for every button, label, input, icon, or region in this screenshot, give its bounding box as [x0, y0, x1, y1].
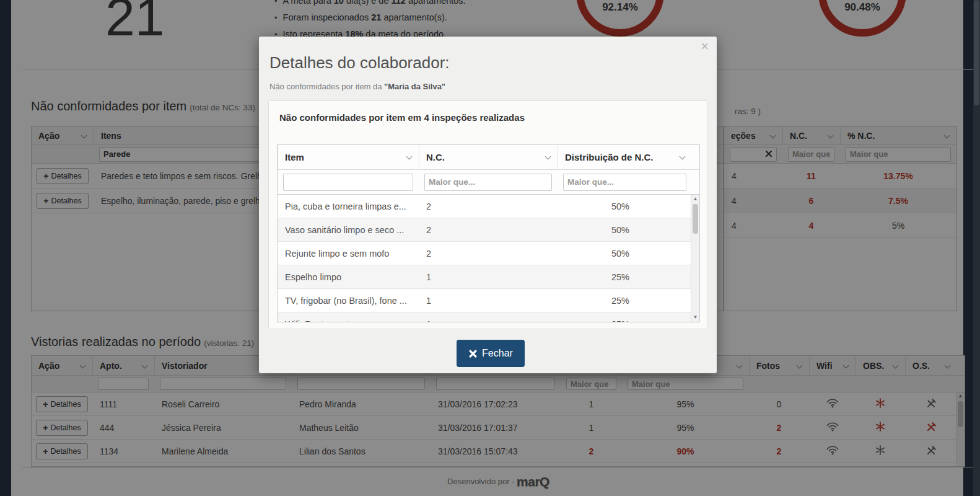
- column-header-distribuicao[interactable]: Distribuição de N.C.: [558, 145, 692, 169]
- column-header-item[interactable]: Item: [278, 145, 419, 169]
- item-cell: Rejunte limpo e sem mofo: [278, 249, 419, 259]
- distribuicao-cell: 50%: [558, 249, 683, 259]
- item-cell: Vaso sanitário limpo e seco ...: [278, 225, 419, 235]
- nc-cell: 2: [419, 202, 558, 211]
- nc-cell: 1: [419, 296, 558, 306]
- detalhes-colaborador-modal: × Detalhes do colaborador: Não conformid…: [259, 37, 717, 373]
- panel-title: Não conformidades por item em 4 inspeçõe…: [279, 112, 525, 123]
- item-cell: Wifi, Restaurante...: [278, 319, 419, 322]
- dist-filter-input[interactable]: [563, 174, 686, 191]
- distribuicao-cell: 25%: [558, 272, 683, 282]
- table-scrollbar[interactable]: ▲ ▼: [691, 195, 699, 322]
- nc-panel: Não conformidades por item em 4 inspeçõe…: [268, 100, 707, 329]
- scroll-up-icon[interactable]: ▲: [691, 195, 699, 203]
- distribuicao-cell: 25%: [558, 319, 683, 322]
- table-row: Vaso sanitário limpo e seco ...250%: [278, 218, 699, 242]
- table-row: Espelho limpo125%: [278, 265, 699, 289]
- collaborator-name: "Maria da Silva": [384, 82, 445, 91]
- scrollbar-thumb[interactable]: [693, 204, 698, 234]
- fechar-button[interactable]: Fechar: [457, 340, 525, 367]
- table-row: TV, frigobar (no Brasil), fone ...125%: [278, 289, 699, 312]
- distribuicao-cell: 25%: [558, 296, 683, 306]
- modal-nc-table: Item N.C. Distribuição de N.C.: [277, 144, 700, 322]
- x-icon: [468, 349, 478, 358]
- modal-title: Detalhes do colaborador:: [269, 53, 450, 73]
- column-header-nc[interactable]: N.C.: [419, 145, 558, 169]
- chevron-down-icon: [545, 154, 551, 160]
- distribuicao-cell: 50%: [558, 225, 683, 235]
- distribuicao-cell: 50%: [558, 202, 683, 211]
- modal-table-viewport: Pia, cuba e torneira limpas e...250%Vaso…: [278, 195, 699, 322]
- scroll-down-icon[interactable]: ▼: [691, 314, 699, 321]
- nc-filter-input[interactable]: [424, 174, 552, 191]
- table-header-row: Item N.C. Distribuição de N.C.: [278, 145, 699, 170]
- table-row: Pia, cuba e torneira limpas e...250%: [278, 195, 699, 218]
- dashboard-page: 21 •A meta para 10 dia(s) é de 112 apart…: [0, 0, 980, 496]
- item-filter-input[interactable]: [283, 174, 413, 191]
- nc-cell: 1: [419, 319, 558, 322]
- chevron-down-icon: [406, 154, 413, 160]
- item-cell: TV, frigobar (no Brasil), fone ...: [278, 296, 419, 306]
- modal-subtitle: Não conformidades por item da "Maria da …: [269, 82, 445, 91]
- nc-cell: 2: [419, 225, 558, 235]
- chevron-down-icon: [680, 154, 686, 160]
- item-cell: Pia, cuba e torneira limpas e...: [278, 202, 419, 211]
- item-cell: Espelho limpo: [278, 272, 419, 282]
- table-filter-row: [278, 170, 699, 195]
- nc-cell: 2: [419, 249, 558, 259]
- close-icon[interactable]: ×: [701, 38, 709, 55]
- table-row: Wifi, Restaurante...125%: [278, 312, 699, 322]
- nc-cell: 1: [419, 272, 558, 282]
- table-row: Rejunte limpo e sem mofo250%: [278, 242, 699, 265]
